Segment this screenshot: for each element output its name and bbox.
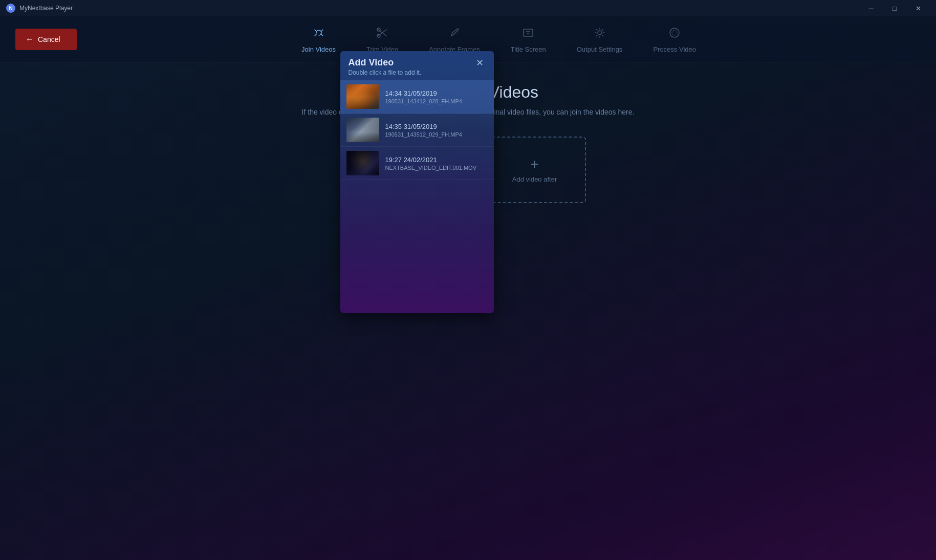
video-thumbnail — [346, 151, 379, 175]
nav-step-process-video[interactable]: Process Video — [653, 26, 696, 53]
window-controls: ─ □ ✕ — [859, 0, 930, 16]
add-video-after-box[interactable]: + Add video after — [484, 137, 586, 203]
close-button[interactable]: ✕ — [906, 0, 930, 16]
output-settings-icon — [593, 26, 607, 42]
nav-step-label-process-video: Process Video — [653, 46, 696, 53]
video-info: 14:35 31/05/2019190531_143512_029_FH.MP4 — [385, 123, 462, 138]
modal-title: Add Video — [349, 57, 422, 68]
modal-empty-area — [340, 180, 494, 313]
modal-subtitle: Double click a file to add it. — [349, 69, 422, 76]
video-time: 14:35 31/05/2019 — [385, 123, 462, 130]
maximize-button[interactable]: □ — [883, 0, 906, 16]
video-filename: NEXTBASE_VIDEO_EDIT.001.MOV — [385, 165, 477, 171]
title-screen-icon — [521, 26, 535, 42]
video-info: 14:34 31/05/2019190531_143412_028_FH.MP4 — [385, 89, 462, 104]
nav-step-annotate-frames[interactable]: Annotate Frames — [429, 26, 480, 53]
back-arrow-icon: ← — [26, 35, 34, 44]
video-thumbnail — [346, 84, 379, 109]
app-title: MyNextbase Player — [19, 5, 73, 12]
video-list-item[interactable]: 14:35 31/05/2019190531_143512_029_FH.MP4 — [340, 114, 494, 147]
add-video-after-label: Add video after — [512, 175, 557, 183]
add-video-modal: Add Video Double click a file to add it.… — [340, 51, 494, 313]
svg-point-9 — [672, 30, 677, 35]
plus-icon-right: + — [530, 157, 538, 171]
nav-step-label-output-settings: Output Settings — [577, 46, 623, 53]
join-videos-icon — [312, 26, 326, 42]
cancel-label: Cancel — [38, 35, 60, 43]
nav-step-trim-video[interactable]: Trim Video — [366, 26, 398, 53]
video-thumbnail — [346, 118, 379, 142]
video-info: 19:27 24/02/2021NEXTBASE_VIDEO_EDIT.001.… — [385, 156, 477, 171]
app-icon: N — [6, 4, 15, 13]
svg-point-7 — [598, 31, 602, 35]
process-video-icon — [667, 26, 682, 42]
video-time: 19:27 24/02/2021 — [385, 156, 477, 164]
video-time: 14:34 31/05/2019 — [385, 89, 462, 97]
svg-rect-4 — [524, 29, 533, 36]
video-list-item[interactable]: 14:34 31/05/2019190531_143412_028_FH.MP4 — [340, 80, 494, 114]
modal-close-button[interactable]: ✕ — [474, 57, 486, 69]
video-list-item[interactable]: 19:27 24/02/2021NEXTBASE_VIDEO_EDIT.001.… — [340, 147, 494, 180]
nav-steps: Join Videos Trim Video Annotate Frames T… — [77, 26, 921, 53]
minimize-button[interactable]: ─ — [859, 0, 883, 16]
nav-step-title-screen[interactable]: Title Screen — [511, 26, 546, 53]
annotate-frames-icon — [447, 26, 462, 42]
nav-step-label-title-screen: Title Screen — [511, 46, 546, 53]
modal-header: Add Video Double click a file to add it.… — [340, 51, 494, 80]
cancel-button[interactable]: ← Cancel — [15, 29, 77, 50]
svg-point-8 — [670, 28, 679, 37]
trim-video-icon — [375, 26, 389, 42]
modal-video-list: 14:34 31/05/2019190531_143412_028_FH.MP4… — [340, 80, 494, 180]
video-filename: 190531_143412_028_FH.MP4 — [385, 98, 462, 104]
video-filename: 190531_143512_029_FH.MP4 — [385, 131, 462, 138]
title-bar: N MyNextbase Player ─ □ ✕ — [0, 0, 936, 16]
nav-step-output-settings[interactable]: Output Settings — [577, 26, 623, 53]
modal-header-text: Add Video Double click a file to add it. — [349, 57, 422, 76]
nav-step-join-videos[interactable]: Join Videos — [301, 26, 336, 53]
nav-step-label-join-videos: Join Videos — [301, 46, 336, 53]
title-bar-left: N MyNextbase Player — [6, 4, 73, 13]
